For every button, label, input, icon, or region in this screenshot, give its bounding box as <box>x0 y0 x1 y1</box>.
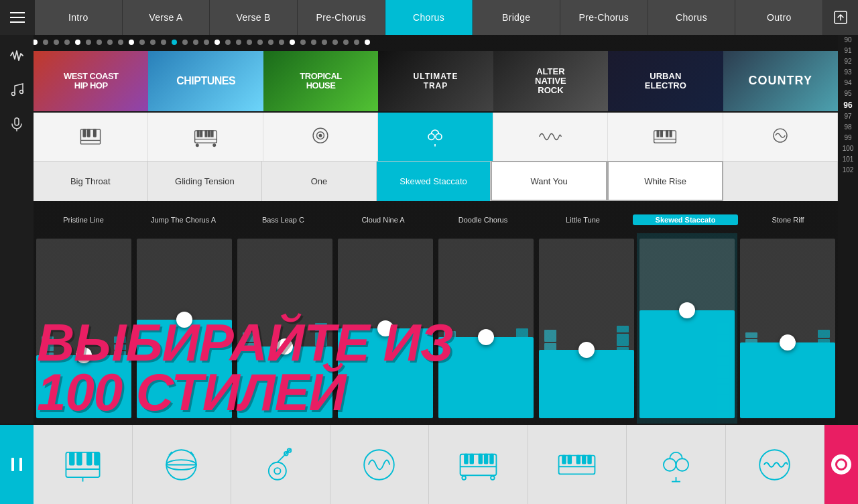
dot-2[interactable] <box>43 40 48 45</box>
instrument-vocal[interactable] <box>378 113 493 161</box>
fader-handle-3[interactable] <box>277 338 293 355</box>
loop-pristine-line[interactable]: Pristine Line <box>34 216 133 224</box>
dot-3[interactable] <box>54 40 59 45</box>
record-dot <box>831 454 851 475</box>
tab-intro[interactable]: Intro <box>35 0 123 35</box>
dot-11[interactable] <box>139 40 145 45</box>
dot-22[interactable] <box>257 40 263 45</box>
dot-4[interactable] <box>64 40 70 45</box>
dot-23[interactable] <box>268 40 273 45</box>
dot-27[interactable] <box>311 40 316 45</box>
style-white-rise[interactable]: White Rise <box>607 161 724 201</box>
record-button[interactable] <box>824 425 858 504</box>
dot-31[interactable] <box>354 40 359 45</box>
tab-pre-chorus-2[interactable]: Pre-Chorus <box>560 0 648 35</box>
svg-point-17 <box>196 144 198 147</box>
tab-verse-b[interactable]: Verse B <box>210 0 298 35</box>
tab-pre-chorus-1[interactable]: Pre-Chorus <box>298 0 385 35</box>
bottom-guitar[interactable] <box>231 425 330 504</box>
style-want-you[interactable]: Want You <box>491 161 607 201</box>
tab-chorus-1[interactable]: Chorus <box>385 0 473 35</box>
eq-bars-right-6 <box>617 239 629 418</box>
dot-16[interactable] <box>193 40 198 45</box>
tab-bridge[interactable]: Bridge <box>473 0 560 35</box>
instrument-mix[interactable] <box>263 113 378 161</box>
dot-14[interactable] <box>172 40 177 45</box>
bottom-synth-keys-2[interactable] <box>528 425 627 504</box>
hamburger-button[interactable] <box>0 0 35 35</box>
dot-30[interactable] <box>343 40 349 45</box>
dot-28[interactable] <box>322 40 327 45</box>
tab-chorus-2[interactable]: Chorus <box>648 0 736 35</box>
dot-24[interactable] <box>279 40 284 45</box>
genre-tropical[interactable]: TROPICALHOUSE <box>263 51 378 111</box>
genre-urban[interactable]: URBANELECTRO <box>608 51 723 111</box>
play-button[interactable] <box>0 425 34 504</box>
bottom-synth-keys-1[interactable] <box>429 425 528 504</box>
dot-12[interactable] <box>150 40 156 45</box>
fader-handle-8[interactable] <box>780 334 796 351</box>
style-one[interactable]: One <box>262 161 377 201</box>
loop-cloud-nine[interactable]: Cloud Nine A <box>333 216 433 224</box>
loop-stone-riff[interactable]: Stone Riff <box>738 216 838 224</box>
loop-doodle-chorus[interactable]: Doodle Chorus <box>433 216 533 224</box>
bottom-wave[interactable] <box>330 425 430 504</box>
instrument-piano[interactable] <box>34 113 148 161</box>
fader-handle-7[interactable] <box>679 302 695 318</box>
genre-chiptunes[interactable]: CHIPTUNES <box>148 51 263 111</box>
dot-29[interactable] <box>332 40 338 45</box>
bottom-vocal[interactable] <box>627 425 726 504</box>
style-big-throat[interactable]: Big Throat <box>34 161 148 201</box>
bottom-waveform[interactable] <box>726 425 825 504</box>
loop-skewed-staccato[interactable]: Skewed Staccato <box>633 214 738 225</box>
number-90: 90 <box>838 35 858 46</box>
sidebar-music-icon[interactable] <box>9 82 24 101</box>
genre-alt-rock[interactable]: ALTERNATIVEROCK <box>493 51 608 111</box>
instrument-piano2[interactable] <box>608 113 723 161</box>
fader-handle-4[interactable] <box>377 320 393 336</box>
export-button[interactable] <box>823 0 858 35</box>
tab-verse-a[interactable]: Verse A <box>123 0 210 35</box>
sidebar-microphone-icon[interactable] <box>9 117 24 135</box>
fader-handle-2[interactable] <box>176 312 192 328</box>
fader-handle-5[interactable] <box>478 329 494 345</box>
loop-jump-chorus[interactable]: Jump The Chorus A <box>133 216 233 224</box>
loop-bass-leap[interactable]: Bass Leap C <box>233 216 333 224</box>
instrument-synth2[interactable] <box>723 113 838 161</box>
dot-19[interactable] <box>225 40 231 45</box>
dot-26[interactable] <box>300 40 306 45</box>
bottom-drum[interactable] <box>133 425 232 504</box>
genre-trap[interactable]: ULTIMATETRAP <box>378 51 493 111</box>
dot-7[interactable] <box>97 40 102 45</box>
dot-6[interactable] <box>86 40 91 45</box>
dot-13[interactable] <box>161 40 166 45</box>
sidebar-waveform-icon[interactable] <box>9 48 24 66</box>
fader-handle-6[interactable] <box>578 342 595 358</box>
tab-outro[interactable]: Outro <box>735 0 823 35</box>
loop-little-tune[interactable]: Little Tune <box>533 216 633 224</box>
genre-country[interactable]: COUNTRY <box>723 51 838 111</box>
dot-18[interactable] <box>214 40 220 45</box>
style-gliding-tension[interactable]: Gliding Tension <box>148 161 263 201</box>
dot-5[interactable] <box>75 40 80 45</box>
dot-8[interactable] <box>107 40 113 45</box>
eq-bars-right-1 <box>114 239 126 418</box>
dot-32[interactable] <box>365 40 370 45</box>
instrument-synth[interactable] <box>148 113 263 161</box>
instrument-wave[interactable] <box>493 113 608 161</box>
genre-hiphop[interactable]: WEST COASTHIP HOP <box>34 51 148 111</box>
dot-9[interactable] <box>118 40 123 45</box>
dot-17[interactable] <box>204 40 209 45</box>
number-98: 98 <box>838 122 858 133</box>
dot-10[interactable] <box>129 40 134 45</box>
dot-25[interactable] <box>290 40 295 45</box>
fader-channel-3 <box>235 233 335 424</box>
fader-handle-1[interactable] <box>76 347 92 363</box>
number-92: 92 <box>838 56 858 67</box>
dot-21[interactable] <box>247 40 252 45</box>
style-skewed-staccato[interactable]: Skewed Staccato <box>377 161 491 201</box>
dot-15[interactable] <box>182 40 188 45</box>
dot-20[interactable] <box>236 40 241 45</box>
bottom-piano[interactable] <box>34 425 133 504</box>
svg-rect-55 <box>465 454 468 463</box>
